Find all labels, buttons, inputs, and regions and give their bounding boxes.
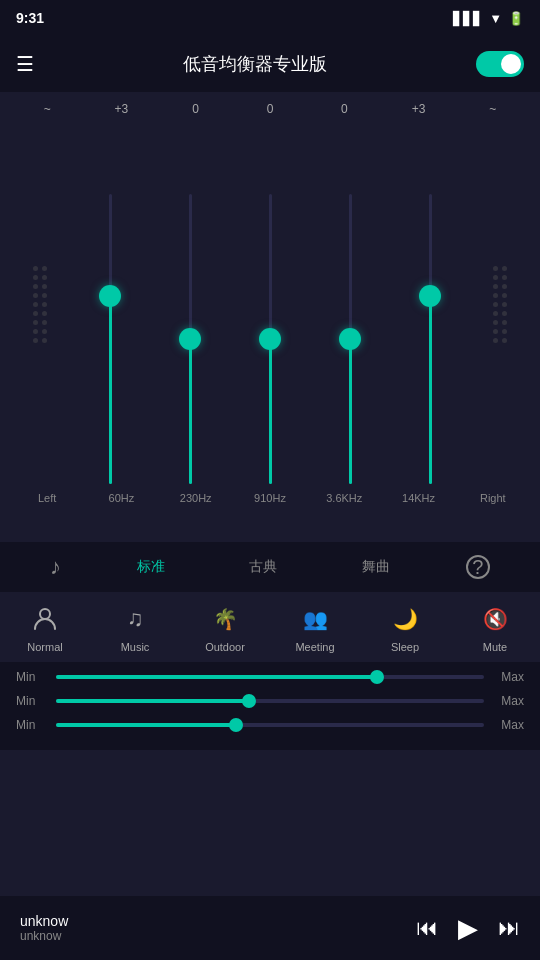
meeting-label: Meeting bbox=[295, 641, 334, 653]
mute-label: Mute bbox=[483, 641, 507, 653]
svg-point-0 bbox=[40, 609, 50, 619]
label-14khz: 14KHz bbox=[389, 492, 449, 504]
normal-icon bbox=[27, 601, 63, 637]
mute-icon: 🔇 bbox=[477, 601, 513, 637]
wifi-icon: ▼ bbox=[489, 11, 502, 26]
player-controls: ⏮ ▶ ⏭ bbox=[416, 913, 520, 944]
right-speaker-grill bbox=[480, 124, 520, 484]
label-60hz: 60Hz bbox=[91, 492, 151, 504]
eq-slider-910hz[interactable] bbox=[240, 124, 300, 484]
music-note-icon: ♪ bbox=[50, 554, 61, 580]
sleep-icon: 🌙 bbox=[387, 601, 423, 637]
eq-val-4: 0 bbox=[314, 102, 374, 116]
mode-mute[interactable]: 🔇 Mute bbox=[455, 601, 535, 653]
slider-treble-max: Max bbox=[494, 718, 524, 732]
label-3600hz: 3.6KHz bbox=[314, 492, 374, 504]
player-title: unknow bbox=[20, 913, 68, 929]
eq-val-0: ~ bbox=[17, 102, 77, 116]
menu-icon[interactable]: ☰ bbox=[16, 52, 34, 76]
help-icon[interactable]: ? bbox=[466, 555, 490, 579]
slider-bass-knob[interactable] bbox=[370, 670, 384, 684]
music-label: Music bbox=[121, 641, 150, 653]
mode-row: Normal ♫ Music 🌴 Outdoor 👥 Meeting 🌙 Sle… bbox=[0, 592, 540, 662]
status-bar: 9:31 ▋▋▋ ▼ 🔋 bbox=[0, 0, 540, 36]
eq-values-row: ~ +3 0 0 0 +3 ~ bbox=[0, 102, 540, 116]
slider-treble-knob[interactable] bbox=[229, 718, 243, 732]
eq-slider-3600hz[interactable] bbox=[320, 124, 380, 484]
eq-val-2: 0 bbox=[166, 102, 226, 116]
preset-tabs: ♪ 标准 古典 舞曲 ? bbox=[0, 542, 540, 592]
slider-treble-track[interactable] bbox=[56, 723, 484, 727]
next-button[interactable]: ⏭ bbox=[498, 915, 520, 941]
status-icons: ▋▋▋ ▼ 🔋 bbox=[453, 11, 524, 26]
slider-row-mid: Min Max bbox=[16, 694, 524, 708]
eq-labels-row: Left 60Hz 230Hz 910Hz 3.6KHz 14KHz Right bbox=[0, 484, 540, 512]
player-artist: unknow bbox=[20, 929, 68, 943]
label-left: Left bbox=[17, 492, 77, 504]
mode-meeting[interactable]: 👥 Meeting bbox=[275, 601, 355, 653]
outdoor-label: Outdoor bbox=[205, 641, 245, 653]
preset-tab-standard[interactable]: 标准 bbox=[129, 554, 173, 580]
sliders-section: Min Max Min Max Min Max bbox=[0, 662, 540, 750]
slider-row-treble: Min Max bbox=[16, 718, 524, 732]
power-toggle[interactable] bbox=[476, 51, 524, 77]
slider-bass-min: Min bbox=[16, 670, 46, 684]
meeting-icon: 👥 bbox=[297, 601, 333, 637]
normal-label: Normal bbox=[27, 641, 62, 653]
player-info: unknow unknow bbox=[20, 913, 68, 943]
slider-bass-max: Max bbox=[494, 670, 524, 684]
signal-icon: ▋▋▋ bbox=[453, 11, 483, 26]
eq-slider-60hz[interactable] bbox=[80, 124, 140, 484]
slider-mid-track[interactable] bbox=[56, 699, 484, 703]
mode-sleep[interactable]: 🌙 Sleep bbox=[365, 601, 445, 653]
eq-slider-14khz[interactable] bbox=[400, 124, 460, 484]
outdoor-icon: 🌴 bbox=[207, 601, 243, 637]
music-icon: ♫ bbox=[117, 601, 153, 637]
eq-val-3: 0 bbox=[240, 102, 300, 116]
mode-outdoor[interactable]: 🌴 Outdoor bbox=[185, 601, 265, 653]
eq-val-5: +3 bbox=[389, 102, 449, 116]
eq-area: ~ +3 0 0 0 +3 ~ bbox=[0, 92, 540, 542]
prev-button[interactable]: ⏮ bbox=[416, 915, 438, 941]
label-910hz: 910Hz bbox=[240, 492, 300, 504]
preset-tab-dance[interactable]: 舞曲 bbox=[354, 554, 398, 580]
battery-icon: 🔋 bbox=[508, 11, 524, 26]
eq-sliders-container bbox=[0, 124, 540, 484]
player-bar: unknow unknow ⏮ ▶ ⏭ bbox=[0, 896, 540, 960]
slider-bass-track[interactable] bbox=[56, 675, 484, 679]
mode-music[interactable]: ♫ Music bbox=[95, 601, 175, 653]
app-title: 低音均衡器专业版 bbox=[34, 52, 476, 76]
slider-mid-max: Max bbox=[494, 694, 524, 708]
label-right: Right bbox=[463, 492, 523, 504]
eq-val-1: +3 bbox=[91, 102, 151, 116]
slider-treble-min: Min bbox=[16, 718, 46, 732]
preset-tab-classical[interactable]: 古典 bbox=[241, 554, 285, 580]
status-time: 9:31 bbox=[16, 10, 44, 26]
slider-mid-min: Min bbox=[16, 694, 46, 708]
eq-slider-230hz[interactable] bbox=[160, 124, 220, 484]
slider-row-bass: Min Max bbox=[16, 670, 524, 684]
play-button[interactable]: ▶ bbox=[458, 913, 478, 944]
header: ☰ 低音均衡器专业版 bbox=[0, 36, 540, 92]
slider-mid-knob[interactable] bbox=[242, 694, 256, 708]
label-230hz: 230Hz bbox=[166, 492, 226, 504]
mode-normal[interactable]: Normal bbox=[5, 601, 85, 653]
sleep-label: Sleep bbox=[391, 641, 419, 653]
eq-val-6: ~ bbox=[463, 102, 523, 116]
left-speaker-grill bbox=[20, 124, 60, 484]
